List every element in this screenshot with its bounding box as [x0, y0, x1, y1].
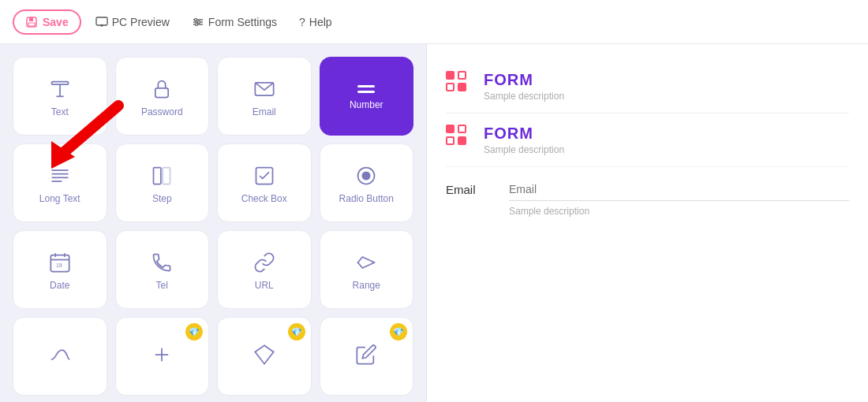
element-card-extra4-wrapper: 💎 [320, 317, 414, 396]
svg-rect-22 [154, 168, 161, 184]
phone-icon [151, 251, 173, 274]
svg-rect-23 [163, 168, 170, 184]
svg-rect-13 [51, 82, 68, 85]
element-card-step[interactable]: Step [115, 143, 210, 222]
form-title-2: FORM [484, 125, 849, 143]
premium-badge-3: 💎 [390, 323, 407, 341]
elements-panel: Text Password Email [0, 44, 426, 402]
dot5 [446, 125, 455, 133]
form-title-1: FORM [484, 71, 849, 89]
form-item-1-icon [446, 71, 474, 93]
svg-rect-3 [96, 17, 107, 25]
element-card-text[interactable]: Text [13, 57, 107, 136]
dot4 [458, 83, 466, 91]
element-card-extra1[interactable] [13, 317, 107, 396]
dot8 [458, 136, 466, 145]
svg-rect-16 [155, 88, 168, 98]
email-row: Email [446, 167, 849, 201]
element-card-tel[interactable]: Tel [115, 230, 210, 309]
svg-point-11 [195, 23, 197, 25]
help-button[interactable]: ? Help [291, 11, 340, 33]
element-card-email[interactable]: Email [217, 57, 312, 136]
form-desc-1: Sample description [484, 91, 849, 102]
radio-icon [355, 165, 377, 187]
form-desc-2: Sample description [484, 144, 849, 155]
save-button[interactable]: Save [13, 9, 81, 35]
text-icon [49, 78, 71, 100]
link-icon [253, 251, 275, 274]
plus-icon [151, 344, 173, 366]
element-card-checkbox[interactable]: Check Box [217, 143, 312, 222]
checkbox-icon [253, 165, 275, 187]
svg-rect-2 [28, 23, 35, 26]
form-item-1-content: FORM Sample description [484, 71, 849, 102]
dot6 [458, 125, 466, 133]
element-card-range[interactable]: Range [320, 230, 414, 309]
diamond-icon [253, 344, 275, 366]
element-card-extra2-wrapper: 💎 [115, 317, 210, 396]
monitor-icon [95, 16, 108, 28]
dot1 [446, 71, 455, 80]
element-card-url[interactable]: URL [217, 230, 312, 309]
question-icon: ? [299, 16, 305, 28]
premium-badge-2: 💎 [288, 323, 305, 341]
email-label: Email [446, 183, 493, 196]
lines-icon [49, 165, 71, 187]
element-card-password[interactable]: Password [115, 57, 210, 136]
svg-point-9 [194, 18, 196, 20]
svg-rect-1 [29, 17, 33, 21]
element-card-radio[interactable]: Radio Button [320, 143, 414, 222]
toolbar: Save PC Preview Form Settings ? Help [0, 0, 868, 44]
dot3 [446, 83, 455, 91]
svg-point-26 [363, 172, 370, 179]
elements-grid: Text Password Email [13, 57, 413, 396]
lock-icon [151, 78, 173, 100]
form-item-2: FORM Sample description [446, 114, 849, 167]
element-card-long-text[interactable]: Long Text [13, 143, 107, 222]
dot2 [458, 71, 466, 80]
envelope-icon [253, 78, 275, 100]
form-item-2-content: FORM Sample description [484, 125, 849, 155]
curve-icon [49, 344, 71, 366]
form-item-1: FORM Sample description [446, 60, 849, 114]
form-item-2-icon [446, 125, 474, 147]
right-panel: FORM Sample description FORM Sample desc… [426, 44, 868, 402]
premium-badge: 💎 [185, 323, 203, 341]
svg-marker-34 [255, 345, 273, 363]
pc-preview-button[interactable]: PC Preview [88, 11, 178, 33]
number-icon [357, 85, 375, 93]
dot7 [446, 136, 455, 145]
main-content: Text Password Email [0, 44, 868, 402]
element-card-date[interactable]: 19 Date [13, 230, 107, 309]
svg-text:19: 19 [56, 262, 62, 268]
email-section: Email Sample description [446, 167, 849, 217]
calendar-icon: 19 [49, 251, 71, 274]
save-icon [25, 16, 38, 28]
settings-icon [192, 16, 204, 28]
svg-point-10 [197, 20, 200, 23]
email-description: Sample description [446, 206, 849, 217]
range-icon [355, 251, 377, 274]
element-card-extra3-wrapper: 💎 [217, 317, 312, 396]
edit-icon [355, 344, 377, 366]
email-input[interactable] [509, 178, 849, 201]
step-icon [151, 165, 173, 187]
form-settings-button[interactable]: Form Settings [184, 11, 285, 33]
element-card-number[interactable]: Number [320, 57, 414, 136]
